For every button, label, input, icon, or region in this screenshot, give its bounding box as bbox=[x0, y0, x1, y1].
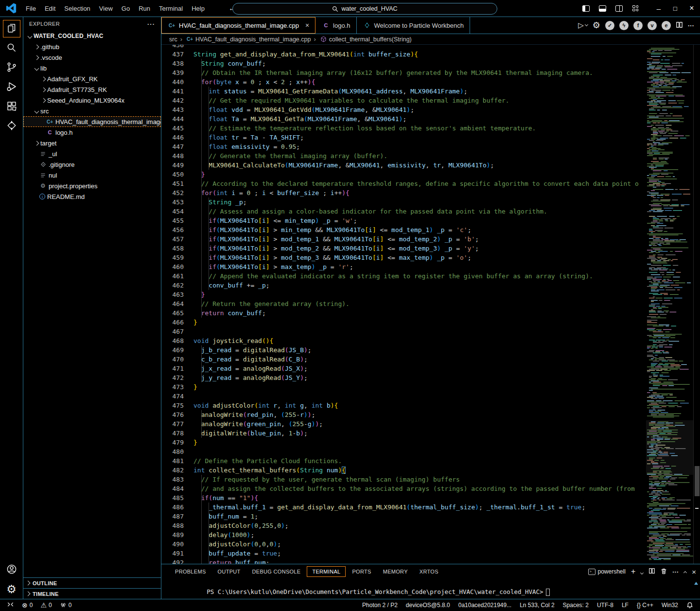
activity-search[interactable] bbox=[2, 38, 21, 58]
indent-guide bbox=[201, 355, 202, 364]
code-line: 443 float vdd = MLX90641_GetVdd(MLX90641… bbox=[161, 105, 639, 114]
folder-item-seeed-arduino-mlx9064x[interactable]: Seeed_Arduino_MLX9064x bbox=[23, 95, 161, 106]
folder-item-src[interactable]: src bbox=[23, 106, 161, 116]
more-actions-button[interactable]: ··· bbox=[688, 22, 694, 29]
kill-terminal-trash-icon[interactable] bbox=[661, 568, 667, 576]
activity-explorer[interactable] bbox=[2, 19, 21, 38]
breadcrumb-item[interactable]: collect_thermal_buffers(String) bbox=[319, 36, 412, 43]
file-item-hvac-fault-diagnosis-thermal-image-cpp[interactable]: C+HVAC_fault_diagnosis_thermal_image.cpp bbox=[23, 116, 161, 127]
activity-account[interactable] bbox=[2, 560, 21, 579]
folder-item--github[interactable]: .github bbox=[23, 41, 161, 52]
menu-selection[interactable]: Selection bbox=[60, 3, 94, 14]
indent-guide bbox=[209, 271, 209, 281]
file-item--gitignore[interactable]: .gitignore bbox=[23, 159, 161, 170]
particle-e-button[interactable]: e bbox=[662, 21, 671, 30]
code-text: if(MLX90641To[i] > mod_temp_1 && MLX9064… bbox=[193, 234, 639, 244]
breadcrumb-item[interactable]: src bbox=[169, 36, 177, 43]
status-errors[interactable]: ⊗0 bbox=[22, 602, 33, 609]
menu-go[interactable]: Go bbox=[117, 3, 134, 14]
minimap[interactable] bbox=[646, 45, 693, 564]
launch-profile-chevron-icon[interactable] bbox=[641, 568, 643, 575]
split-terminal-icon[interactable] bbox=[648, 568, 655, 575]
minimize-button[interactable]: – bbox=[650, 0, 667, 17]
panel-tab-output[interactable]: OUTPUT bbox=[213, 567, 245, 576]
indent-guide bbox=[201, 299, 202, 308]
status-ports-forwarded[interactable]: 0 bbox=[60, 601, 72, 609]
code-editor[interactable]: 436437String get_and_display_data_from_M… bbox=[161, 45, 700, 564]
code-line: 442 // Get the required MLX90641 variabl… bbox=[161, 96, 639, 105]
line-number: 469 bbox=[161, 345, 184, 355]
explorer-title: EXPLORER bbox=[29, 21, 60, 27]
folder-item-water-cooled-hvac[interactable]: WATER_COOLED_HVAC bbox=[23, 31, 161, 41]
activity-extensions[interactable] bbox=[2, 97, 21, 116]
split-editor-button[interactable] bbox=[676, 21, 683, 30]
settings-gear-button[interactable]: ⚙ bbox=[593, 20, 600, 31]
folder-item-target[interactable]: target bbox=[23, 138, 161, 148]
menu-run[interactable]: Run bbox=[134, 3, 155, 14]
close-panel-icon[interactable]: × bbox=[692, 568, 696, 576]
activity-settings[interactable]: ⚙ bbox=[2, 579, 21, 599]
code-line: 446 float tr = Ta - TA_SHIFT; bbox=[161, 133, 639, 142]
particle-flash-button[interactable]: ϟ bbox=[619, 21, 629, 30]
menu-terminal[interactable]: Terminal bbox=[155, 3, 187, 14]
folder-item--vscode[interactable]: .vscode bbox=[23, 52, 161, 63]
maximize-button[interactable]: □ bbox=[667, 0, 683, 17]
particle-compile-button[interactable]: ✓ bbox=[605, 21, 614, 30]
line-number: 451 bbox=[161, 179, 184, 188]
activity-particle-workbench[interactable] bbox=[2, 116, 21, 136]
activity-source-control[interactable] bbox=[2, 58, 21, 77]
folder-item-lib[interactable]: lib bbox=[23, 63, 161, 73]
code-line: 473} bbox=[161, 382, 639, 392]
file-item-nul[interactable]: nul bbox=[23, 170, 161, 180]
terminal-scroll-up-icon[interactable] bbox=[694, 582, 698, 585]
toggle-secondary-sidebar-icon[interactable] bbox=[611, 0, 627, 17]
menu-file[interactable]: File bbox=[21, 3, 40, 14]
new-terminal-plus-icon[interactable]: + bbox=[631, 567, 635, 576]
customize-layout-icon[interactable] bbox=[627, 0, 644, 17]
terminal[interactable]: PS C:\Users\kutlu\OneDrive\Documents\Par… bbox=[161, 579, 700, 611]
status-remote-indicator[interactable] bbox=[7, 601, 14, 609]
file-item-readme-md[interactable]: iREADME.md bbox=[23, 191, 161, 202]
close-tab-icon[interactable]: × bbox=[305, 21, 309, 29]
panel-tab-xrtos[interactable]: XRTOS bbox=[415, 567, 443, 576]
panel-tab-memory[interactable]: MEMORY bbox=[378, 567, 413, 576]
item-label: README.md bbox=[47, 193, 85, 200]
panel-tab-ports[interactable]: PORTS bbox=[347, 567, 376, 576]
editor-scrollbar[interactable] bbox=[693, 45, 700, 564]
toggle-sidebar-icon[interactable] bbox=[578, 0, 594, 17]
command-center-search[interactable]: water_cooled_HVAC bbox=[232, 3, 497, 15]
file-item-logo-h[interactable]: Clogo.h bbox=[23, 127, 161, 138]
activity-run-debug[interactable] bbox=[2, 77, 21, 97]
menu-help[interactable]: Help bbox=[187, 3, 209, 14]
code-text: j_b_read = digitalRead(JS_B); bbox=[193, 345, 639, 355]
title-bar: FileEditSelectionViewGoRunTerminalHelp ←… bbox=[0, 0, 700, 17]
file-item-project-properties[interactable]: ⚙project.properties bbox=[23, 180, 161, 191]
folder-item-adafruit-gfx-rk[interactable]: Adafruit_GFX_RK bbox=[23, 73, 161, 84]
shell-selector[interactable]: >_powershell bbox=[588, 568, 626, 575]
panel-tab-terminal[interactable]: TERMINAL bbox=[307, 567, 345, 576]
file-item--ul[interactable]: _ul bbox=[23, 148, 161, 159]
maximize-panel-chevron-icon[interactable] bbox=[684, 568, 686, 575]
status-warnings[interactable]: ⚠0 bbox=[40, 602, 52, 609]
indent-guide bbox=[209, 558, 209, 564]
panel-tab-debug-console[interactable]: DEBUG CONSOLE bbox=[247, 567, 306, 576]
tab-logo-h[interactable]: Clogo.h bbox=[315, 17, 356, 34]
particle-v-button[interactable]: v bbox=[648, 21, 657, 30]
folder-item-adafruit-st7735-rk[interactable]: Adafruit_ST7735_RK bbox=[23, 84, 161, 95]
scrollbar-thumb[interactable] bbox=[695, 466, 700, 496]
tab-hvac-fault-diagnosis-thermal-image-cpp[interactable]: C+HVAC_fault_diagnosis_thermal_image.cpp… bbox=[161, 17, 315, 34]
toggle-panel-icon[interactable] bbox=[594, 0, 611, 17]
close-window-button[interactable]: × bbox=[683, 0, 700, 17]
section-outline[interactable]: OUTLINE bbox=[23, 577, 161, 588]
section-timeline[interactable]: TIMELINE bbox=[23, 588, 161, 599]
particle-f-button[interactable]: f bbox=[633, 21, 643, 30]
panel-tab-problems[interactable]: PROBLEMS bbox=[170, 567, 211, 576]
menu-edit[interactable]: Edit bbox=[40, 3, 60, 14]
breadcrumb-item[interactable]: C+HVAC_fault_diagnosis_thermal_image.cpp bbox=[185, 36, 311, 43]
line-number: 443 bbox=[161, 105, 184, 114]
explorer-more-actions-icon[interactable]: ··· bbox=[147, 20, 155, 28]
run-button[interactable]: ▷ bbox=[578, 21, 588, 30]
more-actions-icon[interactable]: ··· bbox=[672, 568, 679, 575]
tab-welcome-to-particle-workbench[interactable]: Welcome to Particle Workbench bbox=[357, 17, 470, 34]
menu-view[interactable]: View bbox=[95, 3, 117, 14]
